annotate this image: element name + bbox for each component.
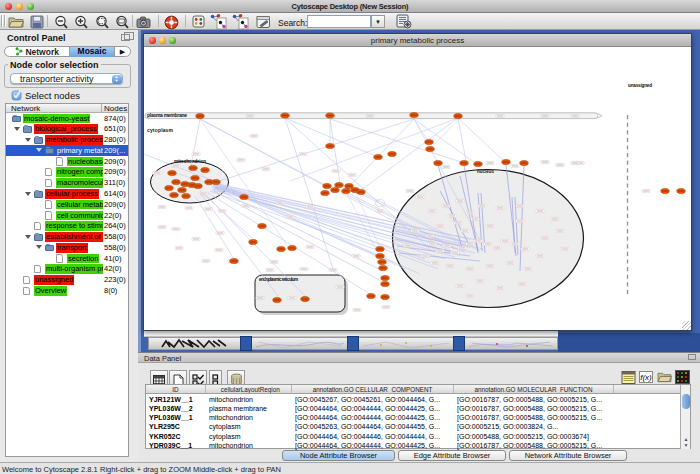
svg-text:plasma membrane: plasma membrane: [147, 112, 187, 118]
svg-text:endoplasmic reticulum: endoplasmic reticulum: [259, 277, 298, 282]
svg-text:nucleus: nucleus: [477, 169, 495, 174]
svg-text:mitochondrion: mitochondrion: [174, 159, 206, 164]
svg-text:unassigned: unassigned: [628, 83, 652, 88]
svg-text:cytoplasm: cytoplasm: [147, 127, 174, 133]
